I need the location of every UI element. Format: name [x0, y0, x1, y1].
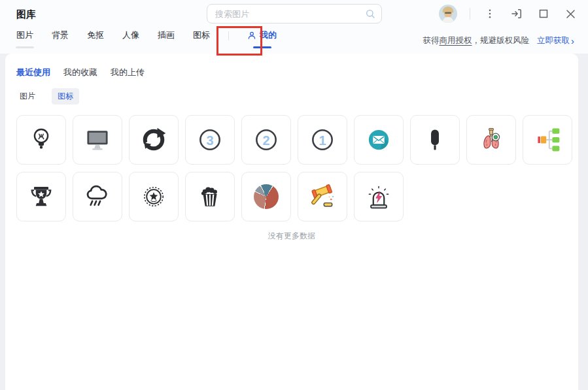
tab-portraits[interactable]: 人像 [122, 29, 139, 42]
lungs-icon [477, 125, 506, 154]
gallery-card-popcorn[interactable] [185, 172, 235, 221]
app-title: 图库 [16, 8, 36, 21]
search-bar [207, 4, 382, 24]
more-menu-button[interactable] [483, 7, 497, 21]
gallery-card-star-badge[interactable] [129, 172, 179, 221]
gallery-card-org-chart[interactable] [523, 115, 572, 165]
gavel-icon [308, 182, 337, 211]
tab-illustrations[interactable]: 插画 [158, 29, 175, 42]
filter-images[interactable]: 图片 [14, 88, 41, 105]
arrow-into-bracket-icon [510, 7, 523, 20]
maximize-button[interactable] [536, 7, 551, 21]
gallery-card-popsicle[interactable] [410, 115, 460, 165]
gallery-card-monitor[interactable] [73, 115, 122, 165]
pie-chart-icon [252, 182, 281, 211]
gallery-card-recycle[interactable] [129, 115, 179, 165]
circle-number-icon: 3 [196, 125, 224, 154]
icon-grid: 3 2 1 [5, 105, 578, 221]
gallery-card-rain-cloud[interactable] [73, 172, 122, 221]
gallery-card-circle-number-3[interactable]: 3 [185, 115, 235, 165]
lightbulb-icon [27, 125, 56, 154]
tab-images[interactable]: 图片 [16, 29, 33, 42]
siren-icon [364, 182, 393, 211]
close-icon [566, 9, 576, 19]
search-icon [365, 8, 375, 19]
kebab-menu-icon [484, 8, 496, 20]
org-chart-icon [533, 125, 562, 154]
gallery-card-pie-chart[interactable] [241, 172, 291, 221]
no-more-data-text: 没有更多数据 [5, 231, 578, 242]
gallery-card-lungs[interactable] [466, 115, 516, 165]
tab-divider [228, 31, 229, 41]
gallery-card-lightbulb[interactable] [16, 115, 66, 165]
tab-backgrounds[interactable]: 背景 [52, 29, 69, 42]
filter-icons[interactable]: 图标 [52, 88, 79, 105]
get-now-link[interactable]: 立即获取› [537, 35, 574, 46]
popsicle-icon [421, 125, 449, 154]
subtab-uploads[interactable]: 我的上传 [111, 67, 145, 78]
circle-number-icon: 2 [252, 125, 281, 154]
my-subtabs: 最近使用 我的收藏 我的上传 [5, 54, 578, 78]
subtab-recently-used[interactable]: 最近使用 [16, 67, 50, 78]
chevron-right-icon: › [571, 36, 574, 46]
promo-text: 获得商用授权，规避版权风险 [423, 35, 530, 46]
dock-window-button[interactable] [510, 7, 524, 21]
divider [470, 8, 470, 20]
gallery-card-circle-number-1[interactable]: 1 [298, 115, 347, 165]
tab-cutouts[interactable]: 免抠 [87, 29, 104, 42]
tab-icons[interactable]: 图标 [193, 29, 210, 42]
type-filters: 图片 图标 [5, 78, 578, 105]
gallery-card-gavel[interactable] [298, 172, 347, 221]
gallery-card-circle-number-2[interactable]: 2 [241, 115, 291, 165]
header: 图库 [0, 0, 588, 54]
license-promo: 获得商用授权，规避版权风险 立即获取› [423, 35, 575, 46]
tab-mine[interactable]: 我的 [247, 29, 277, 42]
person-icon [247, 31, 256, 40]
window-controls [439, 0, 578, 27]
gallery-card-email[interactable] [354, 115, 404, 165]
avatar[interactable] [439, 5, 457, 23]
tab-indicator-gray [16, 46, 34, 48]
circle-number-icon: 1 [308, 125, 337, 154]
subtab-favorites[interactable]: 我的收藏 [63, 67, 97, 78]
monitor-icon [83, 125, 112, 154]
tab-indicator-active [253, 46, 271, 48]
gallery-card-trophy[interactable] [16, 172, 66, 221]
gallery-card-siren[interactable] [354, 172, 404, 221]
rain-cloud-icon [83, 182, 112, 211]
maximize-icon [539, 9, 548, 18]
close-button[interactable] [563, 7, 578, 21]
content-panel: 最近使用 我的收藏 我的上传 图片 图标 3 2 1 [5, 54, 578, 390]
search-input[interactable] [207, 4, 382, 24]
recycle-icon [139, 125, 168, 154]
email-icon [364, 125, 393, 154]
popcorn-icon [196, 182, 224, 211]
category-tabs: 图片 背景 免抠 人像 插画 图标 我的 [16, 29, 277, 42]
trophy-icon [27, 182, 56, 211]
star-badge-icon [139, 182, 168, 211]
